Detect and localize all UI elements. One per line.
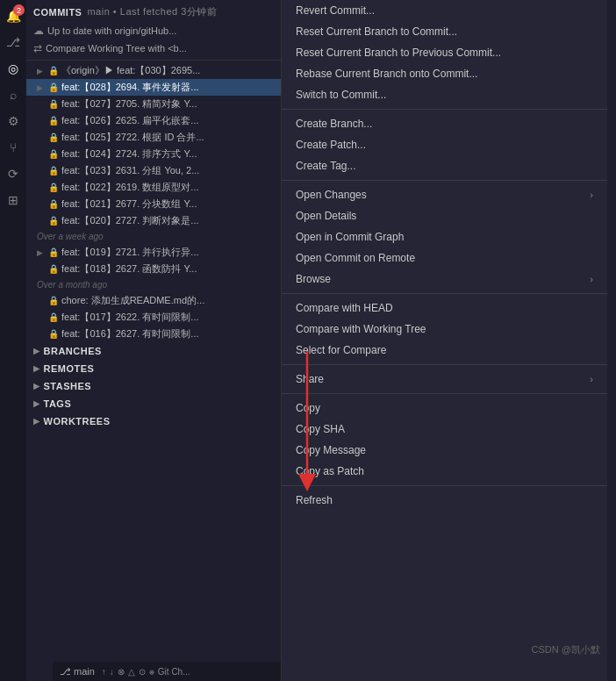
separator-4 <box>282 364 607 365</box>
commits-list: ☁ Up to date with origin/gitHub... ⇄ Com… <box>26 22 307 430</box>
commit-item[interactable]: 🔒 feat:【023】2631. 分组 You, 2... <box>26 162 307 179</box>
settings-icon[interactable]: ⚙ <box>1 109 25 133</box>
refresh-item[interactable]: Refresh <box>282 490 607 511</box>
commit-text: feat:【016】2627. 有时间限制... <box>61 327 199 340</box>
sidebar: 🔔 2 ⎇ ◎ ⌕ ⚙ ⑂ ⟳ ⊞ <box>0 0 26 681</box>
compare-text: Compare Working Tree with <b... <box>46 43 187 54</box>
compare-working-tree-item[interactable]: Compare with Working Tree <box>282 319 607 340</box>
lock-icon: 🔒 <box>48 312 59 322</box>
refresh-label: Refresh <box>296 494 333 506</box>
commit-item[interactable]: 🔒 feat:【021】2677. 分块数组 Y... <box>26 196 307 212</box>
select-compare-item[interactable]: Select for Compare <box>282 340 607 361</box>
chevron-right-icon: ▶ <box>33 364 40 373</box>
create-tag-label: Create Tag... <box>296 160 355 172</box>
switch-commit-item[interactable]: Switch to Commit... <box>282 84 607 105</box>
lock-icon: 🔒 <box>48 264 59 274</box>
open-commit-remote-label: Open Commit on Remote <box>296 252 415 264</box>
notification-icon[interactable]: 🔔 2 <box>1 4 25 28</box>
commit-item[interactable]: ▶ 🔒 feat:【028】2694. 事件发射器... <box>26 79 307 96</box>
branches-section[interactable]: ▶ BRANCHES <box>26 342 307 360</box>
time-separator-1: Over a week ago <box>26 229 307 244</box>
select-compare-label: Select for Compare <box>296 344 386 356</box>
commit-item[interactable]: ▶ 🔒 《origin》▶ feat:【030】2695... <box>26 62 307 79</box>
commit-text: feat:【024】2724. 排序方式 Y... <box>61 147 197 161</box>
compare-head-label: Compare with HEAD <box>296 302 393 314</box>
reset-branch-commit-item[interactable]: Reset Current Branch to Commit... <box>282 21 607 42</box>
worktrees-section[interactable]: ▶ WORKTREES <box>26 412 307 430</box>
create-tag-item[interactable]: Create Tag... <box>282 155 607 176</box>
open-details-label: Open Details <box>296 210 356 222</box>
upstream-status[interactable]: ☁ Up to date with origin/gitHub... <box>26 22 307 39</box>
open-changes-item[interactable]: Open Changes › <box>282 184 607 205</box>
panel-header: COMMITS main • Last fetched 3分钟前 <box>26 0 307 22</box>
stashes-section[interactable]: ▶ STASHES <box>26 377 307 395</box>
commit-item[interactable]: 🔒 feat:【016】2627. 有时间限制... <box>26 326 307 342</box>
pull-icon[interactable]: ↓ <box>110 667 114 677</box>
remotes-section[interactable]: ▶ REMOTES <box>26 360 307 377</box>
share-item[interactable]: Share › <box>282 369 607 390</box>
commit-item[interactable]: 🔒 feat:【022】2619. 数组原型对... <box>26 179 307 196</box>
watermark: CSDN @凯小默 <box>532 643 600 656</box>
commit-text: feat:【017】2622. 有时间限制... <box>61 311 199 324</box>
commit-item[interactable]: 🔒 chore: 添加生成README.md的... <box>26 292 307 309</box>
open-changes-label: Open Changes <box>296 189 367 201</box>
time-separator-2: Over a month ago <box>26 277 307 292</box>
copy-message-item[interactable]: Copy Message <box>282 440 607 461</box>
expand-arrow-icon <box>37 133 46 142</box>
commit-text: 《origin》▶ feat:【030】2695... <box>61 64 200 77</box>
commit-text: feat:【023】2631. 分组 You, 2... <box>61 164 199 177</box>
revert-commit-label: Revert Commit... <box>296 4 375 17</box>
worktrees-icon[interactable]: ⊞ <box>1 188 25 212</box>
history-icon[interactable]: ⟳ <box>1 161 25 186</box>
commit-text: feat:【018】2627. 函数防抖 Y... <box>61 262 197 276</box>
warning-icon: △ <box>128 667 135 677</box>
compare-tree-item[interactable]: ⇄ Compare Working Tree with <b... <box>26 39 307 57</box>
commit-item[interactable]: 🔒 feat:【027】2705. 精简对象 Y... <box>26 96 307 112</box>
compare-icon: ⇄ <box>33 42 42 54</box>
copy-patch-item[interactable]: Copy as Patch <box>282 461 607 482</box>
create-patch-item[interactable]: Create Patch... <box>282 134 607 155</box>
open-commit-graph-item[interactable]: Open in Commit Graph <box>282 226 607 247</box>
branches-icon[interactable]: ⑂ <box>1 135 25 160</box>
reset-branch-prev-item[interactable]: Reset Current Branch to Previous Commit.… <box>282 42 607 63</box>
source-control-icon[interactable]: ⎇ <box>1 30 25 54</box>
notification-badge: 2 <box>13 4 25 16</box>
commit-item[interactable]: 🔒 feat:【017】2622. 有时间限制... <box>26 309 307 326</box>
search-icon[interactable]: ⌕ <box>1 82 25 107</box>
commit-item[interactable]: 🔒 feat:【025】2722. 根据 ID 合并... <box>26 129 307 146</box>
expand-arrow-icon <box>37 330 46 339</box>
revert-commit-item[interactable]: Revert Commit... <box>282 0 607 21</box>
push-icon[interactable]: ↑ <box>102 667 106 677</box>
separator-1 <box>282 109 607 110</box>
lock-icon: 🔒 <box>48 116 59 125</box>
upstream-text: Up to date with origin/gitHub... <box>47 25 176 36</box>
commit-item[interactable]: 🔒 feat:【018】2627. 函数防抖 Y... <box>26 261 307 277</box>
expand-arrow-icon: ▶ <box>37 67 46 75</box>
cog-icon[interactable]: ⎈ <box>149 667 154 677</box>
copy-item[interactable]: Copy <box>282 398 607 419</box>
expand-arrow-icon <box>37 100 46 109</box>
commit-item[interactable]: 🔒 feat:【020】2727. 判断对象是... <box>26 212 307 229</box>
lock-icon: 🔒 <box>48 149 59 159</box>
open-commit-remote-item[interactable]: Open Commit on Remote <box>282 247 607 269</box>
branch-name[interactable]: ⎇ main <box>60 666 95 677</box>
rebase-item[interactable]: Rebase Current Branch onto Commit... <box>282 63 607 84</box>
lock-icon: 🔒 <box>48 329 59 339</box>
separator-2 <box>282 180 607 181</box>
browse-item[interactable]: Browse › <box>282 269 607 290</box>
chevron-right-icon: ▶ <box>33 399 40 408</box>
compare-head-item[interactable]: Compare with HEAD <box>282 297 607 319</box>
commits-icon[interactable]: ◎ <box>1 56 25 81</box>
panel-title: COMMITS <box>33 7 82 18</box>
commit-item[interactable]: 🔒 feat:【024】2724. 排序方式 Y... <box>26 146 307 162</box>
submenu-arrow-icon: › <box>590 274 593 284</box>
copy-sha-item[interactable]: Copy SHA <box>282 419 607 440</box>
expand-arrow-icon <box>37 313 46 322</box>
remotes-label: REMOTES <box>44 363 95 374</box>
tags-section[interactable]: ▶ TAGS <box>26 395 307 412</box>
open-details-item[interactable]: Open Details <box>282 205 607 226</box>
commit-item[interactable]: 🔒 feat:【026】2625. 扁平化嵌套... <box>26 112 307 129</box>
commit-item[interactable]: ▶ 🔒 feat:【019】2721. 并行执行异... <box>26 244 307 261</box>
create-branch-item[interactable]: Create Branch... <box>282 113 607 134</box>
reset-branch-commit-label: Reset Current Branch to Commit... <box>296 25 457 38</box>
